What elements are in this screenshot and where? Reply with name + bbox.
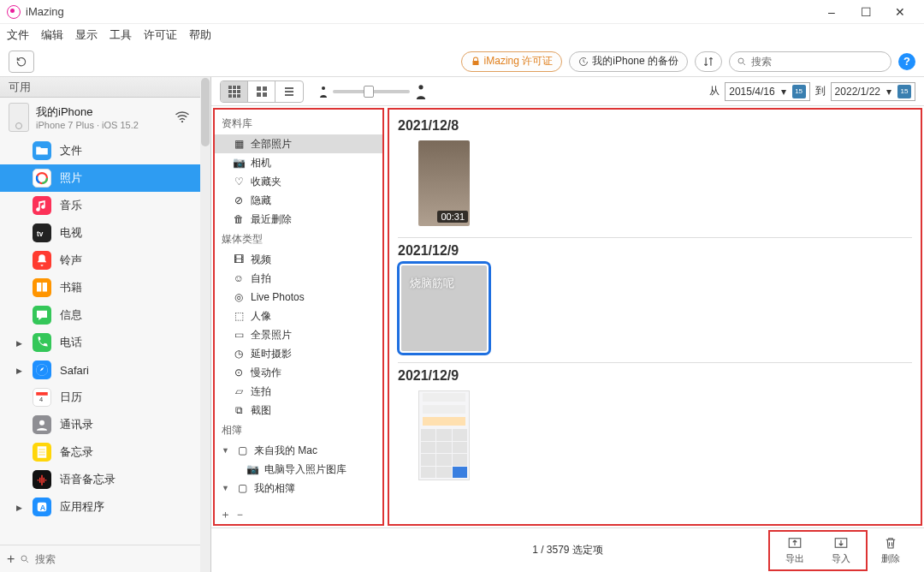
import-button[interactable]: 导入 xyxy=(818,533,864,568)
backup-label: 我的iPhone 的备份 xyxy=(592,54,678,69)
close-button[interactable]: ✕ xyxy=(883,0,917,24)
search-input[interactable] xyxy=(751,56,884,68)
sidebar-item-notes[interactable]: 备忘录 xyxy=(0,438,210,466)
date-group-header: 2021/12/9 xyxy=(398,243,912,259)
library-item[interactable]: ◎Live Photos xyxy=(215,288,382,307)
sort-button[interactable] xyxy=(695,51,722,72)
maximize-button[interactable]: ☐ xyxy=(849,0,883,24)
import-icon xyxy=(832,535,850,551)
date-from-input[interactable]: 2015/4/16 ▾ xyxy=(725,82,809,101)
svg-text:A: A xyxy=(40,503,46,512)
sidebar-item-phone[interactable]: 电话 xyxy=(0,329,210,356)
trash-icon xyxy=(882,535,899,551)
view-list[interactable] xyxy=(275,81,303,102)
sidebar-item-apps[interactable]: A应用程序 xyxy=(0,493,210,521)
folder-icon xyxy=(33,141,51,160)
expand-arrow-icon xyxy=(14,337,24,348)
burst-icon: ▱ xyxy=(232,384,246,398)
photo-thumbnail[interactable] xyxy=(401,390,487,480)
global-search[interactable] xyxy=(729,51,891,72)
menu-显示[interactable]: 显示 xyxy=(75,27,98,43)
disclosure-icon: ▼ xyxy=(222,446,230,455)
library-item[interactable]: 📷相机 xyxy=(215,153,382,172)
license-button[interactable]: iMazing 许可证 xyxy=(461,51,563,72)
library-section-header: 相簿 xyxy=(215,420,382,441)
voice-icon xyxy=(33,470,51,489)
sidebar-item-msg[interactable]: 信息 xyxy=(0,301,210,329)
sidebar-item-label: 铃声 xyxy=(60,253,82,268)
photo-thumbnail[interactable]: 00:31 xyxy=(401,140,487,226)
library-item[interactable]: ▭全景照片 xyxy=(215,325,382,344)
add-button[interactable]: + xyxy=(7,551,15,567)
library-item[interactable]: ⬚人像 xyxy=(215,307,382,325)
library-item-label: 电脑导入照片图库 xyxy=(264,462,346,477)
help-button[interactable]: ? xyxy=(898,53,915,70)
library-item[interactable]: ⊙慢动作 xyxy=(215,363,382,382)
library-item[interactable]: ⊘隐藏 xyxy=(215,191,382,210)
library-item-label: 相机 xyxy=(251,156,271,170)
contacts-icon xyxy=(33,415,51,434)
sidebar-item-contacts[interactable]: 通讯录 xyxy=(0,411,210,438)
svg-rect-16 xyxy=(257,86,261,91)
library-item-label: 延时摄影 xyxy=(251,347,292,361)
sidebar-scrollbar[interactable] xyxy=(200,77,210,572)
sidebar-item-photos[interactable]: 照片 xyxy=(0,164,210,192)
library-item[interactable]: 📷电脑导入照片图库 xyxy=(215,460,382,479)
library-item[interactable]: ▼▢来自我的 Mac xyxy=(215,441,382,460)
menu-编辑[interactable]: 编辑 xyxy=(41,27,63,43)
sidebar-item-book[interactable]: 书籍 xyxy=(0,274,210,301)
remove-album-button[interactable]: － xyxy=(234,507,246,522)
tv-icon: tv xyxy=(33,223,51,242)
sidebar-item-folder[interactable]: 文件 xyxy=(0,137,210,164)
sidebar-item-music[interactable]: 音乐 xyxy=(0,192,210,219)
export-button[interactable]: 导出 xyxy=(772,533,818,568)
backup-button[interactable]: 我的iPhone 的备份 xyxy=(569,51,688,72)
view-grid[interactable] xyxy=(248,81,275,102)
svg-point-21 xyxy=(418,85,423,89)
photo-thumbnail[interactable]: 烧脑筋呢 xyxy=(401,265,487,351)
library-item[interactable]: ▦全部照片 xyxy=(215,134,382,153)
device-row[interactable]: 我的iPhone iPhone 7 Plus · iOS 15.2 xyxy=(0,98,210,137)
expand-arrow-icon xyxy=(14,365,24,375)
date-to-input[interactable]: 2022/1/22 ▾ xyxy=(831,82,915,101)
sidebar-item-label: 音乐 xyxy=(60,198,82,213)
portrait-icon: ⬚ xyxy=(232,309,246,323)
view-grid-compact[interactable] xyxy=(221,81,248,102)
menu-帮助[interactable]: 帮助 xyxy=(189,27,211,43)
selfie-icon: ☺ xyxy=(232,271,246,285)
music-icon xyxy=(33,196,51,215)
library-item[interactable]: ◷延时摄影 xyxy=(215,344,382,363)
library-item[interactable]: ☺自拍 xyxy=(215,269,382,288)
svg-rect-18 xyxy=(257,92,261,97)
delete-button[interactable]: 删除 xyxy=(868,533,914,568)
sidebar-item-bell[interactable]: 铃声 xyxy=(0,247,210,274)
library-item-label: 我的相簿 xyxy=(254,481,295,496)
menu-文件[interactable]: 文件 xyxy=(7,27,29,43)
sidebar-item-voice[interactable]: 语音备忘录 xyxy=(0,466,210,493)
title-bar: iMazing – ☐ ✕ xyxy=(0,0,924,24)
library-item[interactable]: 🗑最近删除 xyxy=(215,210,382,229)
sort-icon xyxy=(702,56,714,68)
library-item[interactable]: ♡收藏夹 xyxy=(215,172,382,191)
thumb-size-slider[interactable] xyxy=(319,84,427,99)
sidebar-item-cal[interactable]: 4日历 xyxy=(0,384,210,411)
menu-工具[interactable]: 工具 xyxy=(110,27,132,43)
menu-许可证[interactable]: 许可证 xyxy=(144,27,177,43)
library-item[interactable]: 🎞视频 xyxy=(215,250,382,269)
chevron-down-icon: ▾ xyxy=(779,86,789,98)
minimize-button[interactable]: – xyxy=(814,0,849,24)
view-mode-group xyxy=(220,80,304,103)
library-item[interactable]: ⧉截图 xyxy=(215,401,382,420)
photo-panel: 2021/12/800:312021/12/9烧脑筋呢2021/12/9 xyxy=(388,108,922,526)
sidebar-item-safari[interactable]: Safari xyxy=(0,356,210,384)
refresh-button[interactable] xyxy=(9,51,34,73)
sidebar-search-input[interactable] xyxy=(35,553,204,565)
folder-icon: ▢ xyxy=(235,444,249,457)
library-item[interactable]: ▼▢我的相簿 xyxy=(215,479,382,498)
license-label: iMazing 许可证 xyxy=(484,54,554,69)
sidebar-item-label: 信息 xyxy=(60,307,82,323)
library-item[interactable]: ▱连拍 xyxy=(215,382,382,401)
safari-icon xyxy=(33,360,51,379)
add-album-button[interactable]: ＋ xyxy=(220,507,231,522)
sidebar-item-tv[interactable]: tv电视 xyxy=(0,219,210,247)
